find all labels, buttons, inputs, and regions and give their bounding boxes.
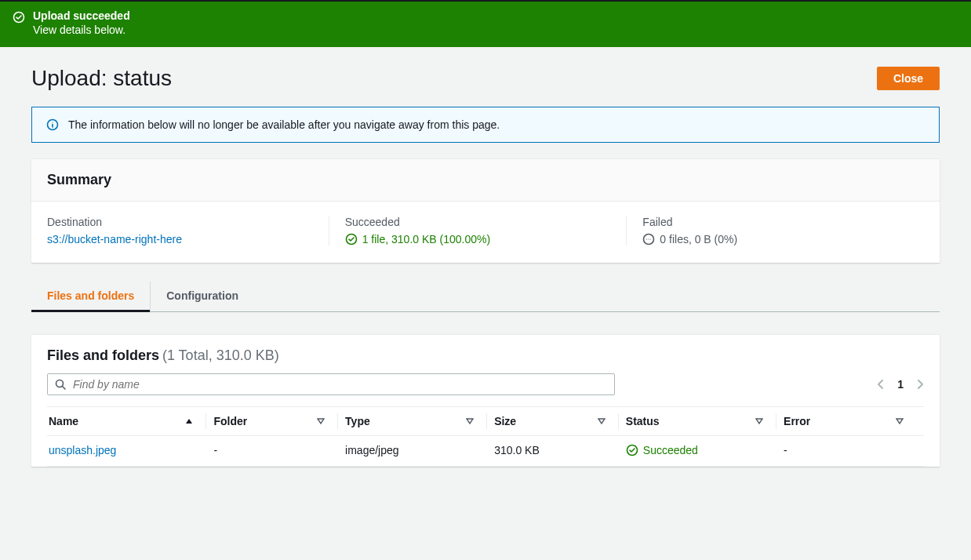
col-size[interactable]: Size — [494, 415, 516, 427]
files-count: (1 Total, 310.0 KB) — [162, 347, 279, 363]
files-table: Name Folder — [47, 406, 924, 467]
tab-files-and-folders[interactable]: Files and folders — [31, 282, 150, 311]
search-icon — [54, 378, 67, 391]
destination-label: Destination — [47, 216, 313, 228]
pagination: 1 — [877, 378, 924, 391]
success-banner: Upload succeeded View details below. — [0, 2, 971, 47]
col-status[interactable]: Status — [626, 415, 660, 427]
svg-point-5 — [646, 238, 647, 239]
check-circle-icon — [626, 444, 638, 456]
failed-label: Failed — [642, 216, 908, 228]
search-input[interactable] — [73, 378, 608, 391]
filter-icon[interactable] — [317, 417, 325, 425]
col-type[interactable]: Type — [345, 415, 370, 427]
page-title: Upload: status — [31, 66, 172, 91]
info-alert: The information below will no longer be … — [31, 107, 940, 143]
filter-icon[interactable] — [466, 417, 474, 425]
search-input-wrapper[interactable] — [47, 373, 615, 395]
col-name[interactable]: Name — [49, 415, 78, 427]
next-page-button[interactable] — [916, 379, 924, 390]
files-title: Files and folders — [47, 347, 159, 363]
filter-icon[interactable] — [598, 417, 606, 425]
filter-icon[interactable] — [896, 417, 904, 425]
file-folder: - — [213, 436, 345, 467]
banner-subtitle: View details below. — [33, 24, 130, 36]
check-circle-icon — [345, 233, 358, 245]
prev-page-button[interactable] — [877, 379, 885, 390]
files-panel: Files and folders (1 Total, 310.0 KB) — [31, 334, 940, 467]
tabs: Files and folders Configuration — [31, 282, 940, 312]
file-size: 310.0 KB — [494, 436, 626, 467]
file-name-link[interactable]: unsplash.jpeg — [49, 444, 116, 456]
info-icon — [46, 118, 59, 131]
sort-asc-icon[interactable] — [185, 417, 193, 425]
col-folder[interactable]: Folder — [213, 415, 247, 427]
col-error[interactable]: Error — [784, 415, 810, 427]
info-alert-text: The information below will no longer be … — [68, 118, 500, 131]
svg-point-2 — [52, 122, 53, 122]
table-row: unsplash.jpeg - image/jpeg 310.0 KB — [47, 436, 924, 467]
close-button[interactable]: Close — [877, 67, 940, 90]
file-type: image/jpeg — [345, 436, 494, 467]
summary-panel: Summary Destination s3://bucket-name-rig… — [31, 158, 940, 263]
svg-point-7 — [650, 238, 651, 239]
check-circle-icon — [13, 9, 25, 26]
succeeded-label: Succeeded — [345, 216, 611, 228]
filter-icon[interactable] — [755, 417, 763, 425]
tab-configuration[interactable]: Configuration — [150, 282, 254, 311]
page-number: 1 — [897, 378, 904, 391]
destination-link[interactable]: s3://bucket-name-right-here — [47, 233, 182, 245]
succeeded-value: 1 file, 310.0 KB (100.00%) — [362, 233, 490, 245]
summary-title: Summary — [47, 172, 924, 188]
minus-circle-icon — [642, 233, 655, 245]
file-error: - — [784, 436, 924, 467]
failed-value: 0 files, 0 B (0%) — [660, 233, 737, 245]
svg-point-6 — [649, 238, 649, 239]
file-status: Succeeded — [643, 444, 698, 456]
banner-title: Upload succeeded — [33, 9, 130, 22]
